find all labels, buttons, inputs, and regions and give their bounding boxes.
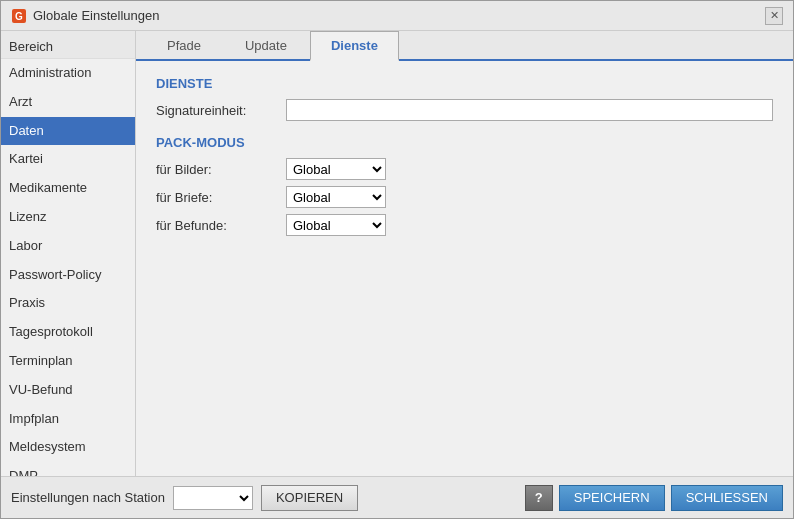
title-bar: G Globale Einstellungen ✕: [1, 1, 793, 31]
bottom-left: Einstellungen nach Station KOPIEREN: [11, 485, 358, 511]
pack-modus-section: PACK-MODUS: [156, 135, 773, 150]
sidebar-item-meldesystem[interactable]: Meldesystem: [1, 433, 135, 462]
close-button[interactable]: ✕: [765, 7, 783, 25]
app-icon: G: [11, 8, 27, 24]
sidebar-item-lizenz[interactable]: Lizenz: [1, 203, 135, 232]
station-select[interactable]: [173, 486, 253, 510]
sidebar-item-labor[interactable]: Labor: [1, 232, 135, 261]
signatur-label: Signatureinheit:: [156, 103, 286, 118]
help-button[interactable]: ?: [525, 485, 553, 511]
bottom-bar: Einstellungen nach Station KOPIEREN ? SP…: [1, 476, 793, 518]
pack-select-0[interactable]: GlobalLokalNetzwerk: [286, 158, 386, 180]
sidebar-item-passwort-policy[interactable]: Passwort-Policy: [1, 261, 135, 290]
sidebar-item-tagesprotokoll[interactable]: Tagesprotokoll: [1, 318, 135, 347]
sidebar-item-medikamente[interactable]: Medikamente: [1, 174, 135, 203]
main-content: Bereich AdministrationArztDatenKarteiMed…: [1, 31, 793, 476]
sidebar-item-daten[interactable]: Daten: [1, 117, 135, 146]
sidebar-item-arzt[interactable]: Arzt: [1, 88, 135, 117]
sidebar-item-terminplan[interactable]: Terminplan: [1, 347, 135, 376]
dienste-section-title: DIENSTE: [156, 76, 773, 91]
content-area: DIENSTE Signatureinheit: PACK-MODUS für …: [136, 61, 793, 476]
sidebar-header: Bereich: [1, 31, 135, 59]
tab-pfade[interactable]: Pfade: [146, 31, 222, 61]
sidebar-item-impfplan[interactable]: Impfplan: [1, 405, 135, 434]
schliessen-button[interactable]: SCHLIESSEN: [671, 485, 783, 511]
pack-row-0: für Bilder:GlobalLokalNetzwerk: [156, 158, 773, 180]
sidebar: Bereich AdministrationArztDatenKarteiMed…: [1, 31, 136, 476]
station-label: Einstellungen nach Station: [11, 490, 165, 505]
pack-select-2[interactable]: GlobalLokalNetzwerk: [286, 214, 386, 236]
sidebar-list: AdministrationArztDatenKarteiMedikamente…: [1, 59, 135, 476]
dialog-window: G Globale Einstellungen ✕ Bereich Admini…: [0, 0, 794, 519]
pack-modus-rows: für Bilder:GlobalLokalNetzwerkfür Briefe…: [156, 158, 773, 236]
tabs-bar: PfadeUpdateDienste: [136, 31, 793, 61]
svg-text:G: G: [15, 11, 23, 22]
tab-dienste[interactable]: Dienste: [310, 31, 399, 61]
speichern-button[interactable]: SPEICHERN: [559, 485, 665, 511]
pack-modus-title: PACK-MODUS: [156, 135, 773, 150]
sidebar-item-praxis[interactable]: Praxis: [1, 289, 135, 318]
signatur-input[interactable]: [286, 99, 773, 121]
tab-update[interactable]: Update: [224, 31, 308, 61]
pack-label-2: für Befunde:: [156, 218, 286, 233]
dialog-title: Globale Einstellungen: [33, 8, 159, 23]
sidebar-item-kartei[interactable]: Kartei: [1, 145, 135, 174]
title-bar-left: G Globale Einstellungen: [11, 8, 159, 24]
kopieren-button[interactable]: KOPIEREN: [261, 485, 358, 511]
sidebar-item-administration[interactable]: Administration: [1, 59, 135, 88]
sidebar-item-dmp[interactable]: DMP: [1, 462, 135, 476]
right-panel: PfadeUpdateDienste DIENSTE Signatureinhe…: [136, 31, 793, 476]
sidebar-item-vu-befund[interactable]: VU-Befund: [1, 376, 135, 405]
pack-label-1: für Briefe:: [156, 190, 286, 205]
bottom-right: ? SPEICHERN SCHLIESSEN: [525, 485, 783, 511]
pack-row-2: für Befunde:GlobalLokalNetzwerk: [156, 214, 773, 236]
pack-select-1[interactable]: GlobalLokalNetzwerk: [286, 186, 386, 208]
pack-row-1: für Briefe:GlobalLokalNetzwerk: [156, 186, 773, 208]
signatur-row: Signatureinheit:: [156, 99, 773, 121]
pack-label-0: für Bilder:: [156, 162, 286, 177]
